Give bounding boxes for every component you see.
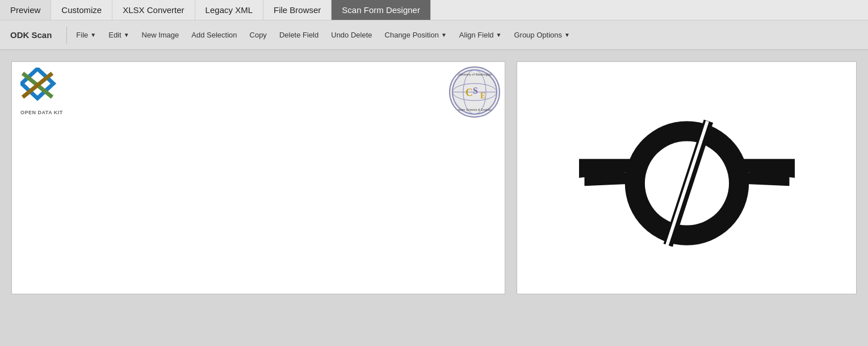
align-field-button[interactable]: Align Field ▼ [454,27,508,43]
toolbar-separator-1 [66,27,67,44]
group-options-chevron-icon: ▼ [564,32,570,38]
nav-xlsx-converter[interactable]: XLSX Converter [112,0,195,20]
edit-button[interactable]: Edit ▼ [103,27,135,43]
svg-text:S: S [473,86,478,95]
copy-button[interactable]: Copy [244,27,272,43]
nav-scan-form-designer[interactable]: Scan Form Designer [332,0,431,20]
group-options-button[interactable]: Group Options ▼ [508,27,575,43]
odk-diamond-icon [20,68,63,107]
nav-customize[interactable]: Customize [51,0,112,20]
svg-text:Computer Science & Engineering: Computer Science & Engineering [451,108,497,111]
change-position-chevron-icon: ▼ [441,32,447,38]
align-field-chevron-icon: ▼ [496,32,502,38]
toolbar: ODK Scan File ▼ Edit ▼ New Image Add Sel… [0,20,868,50]
undo-delete-label: Undo Delete [331,31,372,39]
edit-chevron-icon: ▼ [124,32,129,38]
uw-cse-badge-icon: C S E University of Washington Computer … [451,69,498,115]
new-image-button[interactable]: New Image [136,27,185,43]
toolbar-brand: ODK Scan [6,30,56,40]
delete-field-label: Delete Field [279,31,318,39]
add-selection-label: Add Selection [191,31,237,39]
nav-file-browser[interactable]: File Browser [263,0,332,20]
file-label: File [76,31,88,39]
delete-field-button[interactable]: Delete Field [274,27,324,43]
undo-delete-button[interactable]: Undo Delete [325,27,378,43]
nav-preview[interactable]: Preview [0,0,51,20]
wing-logo-icon [579,98,795,257]
svg-text:University of Washington: University of Washington [458,73,492,76]
right-canvas-panel[interactable] [517,61,857,294]
uw-cse-badge: C S E University of Washington Computer … [449,66,500,118]
group-options-label: Group Options [514,31,562,39]
svg-text:C: C [466,87,473,98]
main-content: Open Data Kit C S E University of Washin… [0,50,868,346]
top-navigation: Preview Customize XLSX Converter Legacy … [0,0,868,20]
change-position-label: Change Position [385,31,439,39]
edit-label: Edit [108,31,121,39]
align-field-label: Align Field [459,31,494,39]
odk-logo-text: Open Data Kit [20,110,72,115]
add-selection-button[interactable]: Add Selection [186,27,242,43]
file-button[interactable]: File ▼ [70,27,102,43]
copy-label: Copy [250,31,267,39]
odk-logo: Open Data Kit [20,68,72,116]
left-canvas-panel[interactable]: Open Data Kit C S E University of Washin… [11,61,505,294]
nav-legacy-xml[interactable]: Legacy XML [195,0,263,20]
new-image-label: New Image [142,31,179,39]
svg-text:E: E [480,91,485,100]
change-position-button[interactable]: Change Position ▼ [379,27,452,43]
file-chevron-icon: ▼ [90,32,96,38]
